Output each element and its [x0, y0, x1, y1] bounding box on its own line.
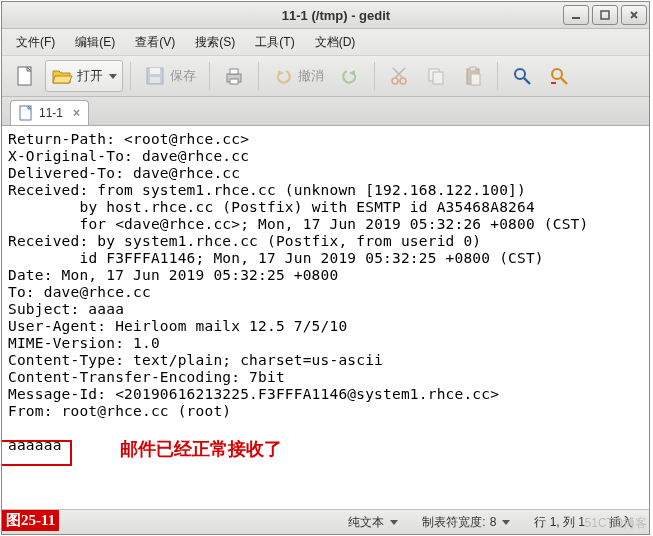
new-button[interactable] [8, 60, 42, 92]
find-button[interactable] [505, 60, 539, 92]
menu-view[interactable]: 查看(V) [127, 31, 183, 54]
cut-button[interactable] [382, 60, 416, 92]
print-icon [223, 65, 245, 87]
svg-point-17 [552, 69, 562, 79]
find-replace-icon [548, 65, 570, 87]
menu-documents[interactable]: 文档(D) [307, 31, 364, 54]
status-syntax[interactable]: 纯文本 [336, 514, 410, 531]
menu-tools[interactable]: 工具(T) [247, 31, 302, 54]
search-icon [511, 65, 533, 87]
save-icon [144, 65, 166, 87]
find-replace-button[interactable] [542, 60, 576, 92]
redo-icon [339, 65, 361, 87]
svg-rect-5 [150, 77, 160, 83]
svg-rect-1 [601, 11, 609, 19]
svg-rect-12 [433, 72, 443, 84]
chevron-down-icon [502, 520, 510, 525]
tabstrip: 11-1 × [2, 97, 649, 125]
annotation-note: 邮件已经正常接收了 [120, 441, 282, 458]
tab-close-icon[interactable]: × [73, 106, 80, 120]
minimize-button[interactable] [563, 5, 589, 25]
copy-icon [425, 65, 447, 87]
menu-search[interactable]: 搜索(S) [187, 31, 243, 54]
svg-point-16 [515, 69, 525, 79]
svg-rect-8 [230, 79, 238, 84]
tab-label: 11-1 [39, 106, 63, 120]
app-window: 11-1 (/tmp) - gedit 文件(F) 编辑(E) 查看(V) 搜索… [1, 1, 650, 535]
folder-open-icon [51, 65, 73, 87]
chevron-down-icon [390, 520, 398, 525]
close-button[interactable] [621, 5, 647, 25]
svg-rect-15 [471, 74, 480, 85]
svg-rect-4 [150, 68, 160, 74]
save-label: 保存 [170, 67, 196, 85]
undo-label: 撤消 [298, 67, 324, 85]
copy-button[interactable] [419, 60, 453, 92]
document-text: Return-Path: <root@rhce.cc> X-Original-T… [8, 131, 641, 454]
menu-edit[interactable]: 编辑(E) [67, 31, 123, 54]
open-button[interactable]: 打开 [45, 60, 123, 92]
svg-rect-0 [572, 17, 580, 19]
undo-button[interactable]: 撤消 [266, 60, 330, 92]
chevron-down-icon [109, 74, 117, 79]
svg-point-10 [400, 78, 406, 84]
document-icon [19, 105, 33, 121]
watermark: 51CTO博客 [585, 515, 647, 532]
menubar: 文件(F) 编辑(E) 查看(V) 搜索(S) 工具(T) 文档(D) [2, 29, 649, 56]
paste-button[interactable] [456, 60, 490, 92]
tab-11-1[interactable]: 11-1 × [10, 100, 89, 125]
redo-button[interactable] [333, 60, 367, 92]
menu-file[interactable]: 文件(F) [8, 31, 63, 54]
figure-label: 图25-11 [2, 510, 59, 531]
editor-area[interactable]: Return-Path: <root@rhce.cc> X-Original-T… [2, 125, 649, 509]
print-button[interactable] [217, 60, 251, 92]
toolbar: 打开 保存 撤消 [2, 56, 649, 97]
paste-icon [462, 65, 484, 87]
window-title: 11-1 (/tmp) - gedit [112, 8, 560, 23]
maximize-button[interactable] [592, 5, 618, 25]
open-label: 打开 [77, 67, 103, 85]
new-doc-icon [14, 65, 36, 87]
svg-point-9 [392, 78, 398, 84]
status-tabwidth[interactable]: 制表符宽度: 8 [410, 514, 522, 531]
svg-rect-14 [470, 67, 476, 71]
undo-icon [272, 65, 294, 87]
svg-rect-7 [230, 69, 238, 74]
annotation-highlight-box [2, 440, 72, 466]
save-button[interactable]: 保存 [138, 60, 202, 92]
statusbar: 图25-11 纯文本 制表符宽度: 8 行 1, 列 1 插入 [2, 509, 649, 534]
titlebar: 11-1 (/tmp) - gedit [2, 2, 649, 29]
scissors-icon [388, 65, 410, 87]
